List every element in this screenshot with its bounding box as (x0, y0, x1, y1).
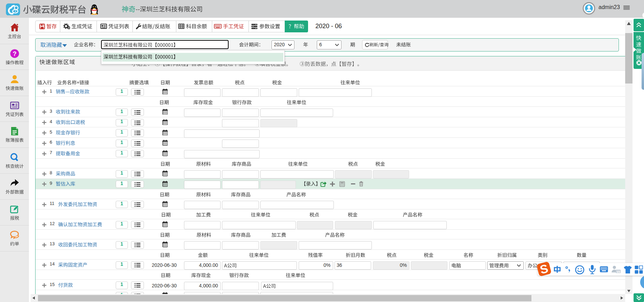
svg-text:?: ? (13, 50, 16, 57)
svg-text:15: 15 (616, 270, 620, 273)
